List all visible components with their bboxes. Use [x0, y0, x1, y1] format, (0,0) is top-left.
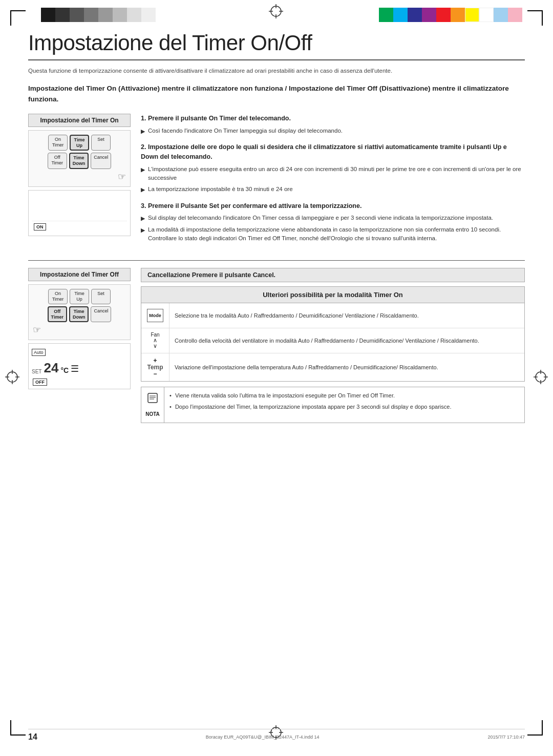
arrow-icon-3: ▶ — [141, 185, 145, 194]
step-2-item-1: ▶ L'impostazione può essere eseguita ent… — [141, 165, 525, 183]
possibilities-row-fan: Fan ∧ ∨ Controllo della velocità del ven… — [141, 328, 524, 353]
mode-label: Mode — [149, 313, 161, 318]
display-temp: 24 — [44, 361, 58, 374]
btn-time-down-2: TimeDown — [69, 306, 89, 323]
timer-on-display: ON — [28, 190, 131, 236]
reg-mark-bottom-right — [527, 720, 543, 736]
step-3: 3. Premere il Pulsante Set per confermar… — [141, 201, 525, 243]
display-unit: °C — [60, 366, 69, 374]
btn-time-up-2: TimeUp — [70, 289, 89, 304]
main-content: Impostazione del Timer On/Off Questa fun… — [28, 31, 525, 725]
display-auto-label: Auto — [32, 349, 46, 356]
step-2-item-2: ▶ La temporizzazione impostabile è tra 3… — [141, 185, 525, 194]
step-1-item-1: ▶ Così facendo l'indicatore On Timer lam… — [141, 127, 525, 136]
fan-arrows-icon: Fan ∧ ∨ — [151, 332, 159, 349]
step-3-item-2: ▶ La modalità di impostazione della temp… — [141, 225, 525, 243]
step-3-number: 3. — [141, 202, 148, 209]
timer-off-right: Cancellazione Premere il pulsante Cancel… — [141, 268, 525, 423]
nota-label: NOTA — [141, 387, 164, 423]
gray-bars — [41, 8, 156, 22]
hand-cursor-icon-2: ☞ — [33, 324, 126, 335]
timer-on-left: Impostazione del Timer On OnTimer TimeUp… — [28, 114, 131, 250]
crosshair-top-icon — [269, 4, 284, 19]
page-number: 14 — [28, 732, 37, 742]
possibilities-text-temp: Variazione dell'impostazione della tempe… — [169, 359, 524, 376]
subtitle-text: Questa funzione di temporizzazione conse… — [28, 67, 525, 75]
timer-off-section: Impostazione del Timer Off OnTimer TimeU… — [28, 268, 525, 423]
btn-cancel: Cancel — [91, 153, 111, 169]
step-3-header: 3. Premere il Pulsante Set per confermar… — [141, 201, 525, 211]
note-box: NOTA • Viene ritenuta valida solo l'ulti… — [141, 387, 525, 423]
possibilities-text-fan: Controllo della velocità del ventilatore… — [169, 332, 524, 349]
nota-text: NOTA — [145, 410, 160, 418]
step-2-number: 2. — [141, 143, 148, 151]
btn-off-timer-2: OffTimer — [48, 306, 67, 323]
arrow-icon: ▶ — [141, 127, 145, 136]
possibilities-text-mode: Selezione tra le modalità Auto / Raffred… — [169, 307, 524, 324]
possibilities-row-temp: + Temp − Variazione dell'impostazione de… — [141, 353, 524, 381]
footer-filename: Boracay EUR_AQ09T&U@_IBIM_32447A_IT-4.in… — [206, 734, 320, 740]
timer-off-label: Impostazione del Timer Off — [28, 268, 131, 281]
bold-heading: Impostazione del Timer On (Attivazione) … — [28, 83, 525, 104]
timer-on-remote: OnTimer TimeUp Set OffTimer TimeDown Can… — [28, 130, 131, 187]
btn-on-timer: OnTimer — [48, 135, 68, 151]
timer-on-label: Impostazione del Timer On — [28, 114, 131, 127]
btn-time-down: TimeDown — [69, 153, 89, 169]
cancellation-box: Cancellazione Premere il pulsante Cancel… — [141, 268, 525, 282]
svg-rect-20 — [148, 393, 157, 403]
step-2-text: Impostazione delle ore dopo le quali si … — [141, 143, 507, 160]
possibilities-table: Ulteriori possibilità per la modalità Ti… — [141, 286, 525, 382]
step-2: 2. Impostazione delle ore dopo le quali … — [141, 142, 525, 194]
fan-icon: Fan ∧ ∨ — [141, 328, 169, 353]
nota-item-2: • Dopo l'impostazione del Timer, la temp… — [169, 403, 451, 412]
step-3-text: Premere il Pulsante Set per confermare e… — [148, 202, 362, 209]
step-1: 1. Premere il pulsante On Timer del tele… — [141, 114, 525, 135]
btn-on-timer-2: OnTimer — [48, 289, 68, 304]
arrow-icon-5: ▶ — [141, 226, 145, 235]
reg-mark-bottom-left — [10, 720, 26, 736]
color-bars — [379, 8, 522, 22]
fan-bars-icon: ☰ — [71, 363, 79, 374]
display-on-label: ON — [34, 223, 46, 230]
timer-off-left: Impostazione del Timer Off OnTimer TimeU… — [28, 268, 131, 423]
crosshair-left-icon — [5, 370, 19, 386]
mode-button-icon: Mode — [147, 309, 163, 322]
hand-cursor-icon: ☞ — [33, 171, 126, 182]
footer-date: 2015/7/7 17:10:47 — [487, 734, 525, 740]
step-3-item-1: ▶ Sul display del telecomando l'indicato… — [141, 214, 525, 223]
arrow-icon-4: ▶ — [141, 214, 145, 223]
possibilities-header: Ulteriori possibilità per la modalità Ti… — [141, 287, 524, 303]
arrow-icon-2: ▶ — [141, 165, 145, 174]
nota-icon — [147, 392, 158, 408]
mode-icon: Mode — [141, 303, 169, 328]
timer-off-display: Auto SET 24 °C ☰ OFF — [28, 343, 131, 389]
timer-on-section: Impostazione del Timer On OnTimer TimeUp… — [28, 114, 525, 250]
reg-mark-top-left — [10, 10, 26, 26]
nota-item-1: • Viene ritenuta valida solo l'ultima tr… — [169, 391, 451, 401]
step-1-header: 1. Premere il pulsante On Timer del tele… — [141, 114, 525, 123]
display-off-label: OFF — [33, 379, 47, 386]
nota-content: • Viene ritenuta valida solo l'ultima tr… — [164, 387, 456, 423]
possibilities-row-mode: Mode Selezione tra le modalità Auto / Ra… — [141, 303, 524, 328]
temp-icon: + Temp − — [141, 353, 169, 381]
timer-off-remote: OnTimer TimeUp Set OffTimer TimeDown Can… — [28, 284, 131, 340]
step-2-header: 2. Impostazione delle ore dopo le quali … — [141, 142, 525, 162]
step-1-number: 1. — [141, 115, 146, 122]
reg-mark-top-right — [527, 10, 543, 26]
btn-off-timer: OffTimer — [48, 153, 67, 169]
page-footer: 14 Boracay EUR_AQ09T&U@_IBIM_32447A_IT-4… — [28, 729, 525, 742]
step-1-text: Premere il pulsante On Timer del telecom… — [148, 115, 291, 122]
btn-set-2: Set — [91, 289, 111, 304]
btn-cancel-2: Cancel — [91, 306, 111, 323]
crosshair-right-icon — [534, 370, 548, 386]
btn-set: Set — [91, 135, 111, 151]
temp-control-icon: + Temp − — [147, 358, 163, 377]
timer-on-steps: 1. Premere il pulsante On Timer del tele… — [141, 114, 525, 250]
display-set-label: SET — [32, 369, 41, 374]
separator-line — [28, 260, 525, 261]
btn-time-up: TimeUp — [70, 135, 89, 151]
page-title: Impostazione del Timer On/Off — [28, 31, 525, 60]
